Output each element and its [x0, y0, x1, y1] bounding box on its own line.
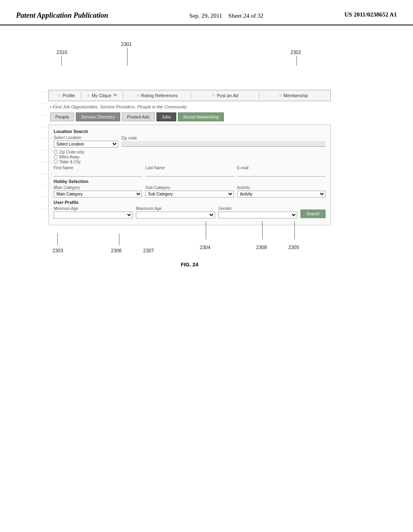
header-right: US 2011/0238652 A1: [344, 11, 397, 18]
zip-code-input[interactable]: [121, 141, 325, 147]
profile-icon: ☆: [58, 94, 61, 98]
zip-code-label: Zip code: [121, 136, 325, 140]
main-category-label: Main Category: [54, 185, 142, 190]
hobby-section-title: Hobby Selection: [54, 179, 325, 184]
search-panel: Location Search Select Location Select L…: [48, 125, 331, 225]
gender-label: Gender: [218, 206, 297, 211]
last-name-label: Last Name: [145, 166, 234, 170]
max-age-dropdown[interactable]: [136, 212, 215, 218]
miles-away-label: Miles Away: [59, 155, 79, 159]
tab-bar: People Service Directory Posted Ads Jobs…: [48, 112, 331, 121]
tab-posted-ads[interactable]: Posted Ads: [122, 112, 155, 121]
state-city-label: State & City: [59, 160, 81, 164]
ref-2301-label: 2301: [121, 42, 132, 47]
ref-2303-label: 2303: [52, 248, 63, 254]
email-input[interactable]: [237, 171, 325, 177]
activity-dropdown[interactable]: Activity: [237, 191, 325, 197]
patent-header: Patent Application Publication Sep. 29, …: [0, 0, 413, 25]
nav-rating[interactable]: ☆ Rating References: [123, 92, 191, 99]
sub-category-dropdown[interactable]: Sub Category: [145, 191, 234, 197]
first-name-input[interactable]: [54, 171, 142, 177]
zip-code-only-label: Zip Code only: [59, 150, 84, 154]
ref-2307-label: 2307: [143, 248, 154, 254]
nav-post-ad[interactable]: ☆ Post an Ad: [191, 92, 259, 99]
figure-label: FIG. 24: [48, 262, 331, 268]
max-age-label: Maximum Age: [136, 206, 215, 211]
location-section-title: Location Search: [54, 129, 325, 134]
activity-label: Activity: [237, 185, 325, 190]
search-button[interactable]: Search: [300, 210, 325, 218]
gender-dropdown[interactable]: [218, 212, 297, 218]
email-label: E-mail: [237, 166, 325, 170]
first-name-label: First Name: [54, 166, 142, 170]
tab-jobs[interactable]: Jobs: [156, 112, 176, 121]
header-center: Sep. 29, 2011 Sheet 24 of 32: [189, 11, 263, 21]
nav-my-clique[interactable]: ☆ My Clique ™: [81, 92, 123, 99]
header-left: Patent Application Publication: [16, 11, 108, 20]
select-location-label: Select Location: [54, 135, 118, 140]
ref-2304-label: 2304: [200, 245, 211, 250]
nav-bar: ☆ Profile ☆ My Clique ™ ☆ Rating Referen…: [48, 90, 331, 101]
ref-2308-label: 2308: [256, 245, 267, 250]
main-category-dropdown[interactable]: Main Category: [54, 191, 142, 197]
ref-2306-label: 2306: [111, 248, 122, 254]
membership-icon: ☆: [279, 94, 282, 98]
ref-2310-label: 2310: [56, 50, 67, 55]
min-age-dropdown[interactable]: [54, 212, 133, 218]
rating-icon: ☆: [136, 94, 140, 98]
min-age-label: Minimum Age: [54, 206, 133, 211]
sub-category-label: Sub-Category: [145, 185, 234, 190]
clique-icon: ☆: [87, 94, 90, 98]
left-dots: · · · · · · · · · · · · · · · · · · · · …: [40, 90, 57, 211]
search-subtitle: • Find Job Opportunities, Service Provid…: [48, 103, 331, 112]
post-icon: ☆: [212, 94, 215, 98]
tab-service-directory[interactable]: Service Directory: [76, 112, 120, 121]
last-name-input[interactable]: [145, 171, 234, 177]
ref-2302-label: 2302: [290, 50, 301, 55]
nav-membership[interactable]: ☆ Membership: [259, 92, 327, 99]
tab-social-networking[interactable]: Social Networking: [178, 112, 224, 121]
select-location-dropdown[interactable]: Select Location: [54, 141, 118, 148]
ref-2305-label: 2305: [288, 245, 299, 250]
user-profile-section-title: User Profile: [54, 200, 325, 205]
